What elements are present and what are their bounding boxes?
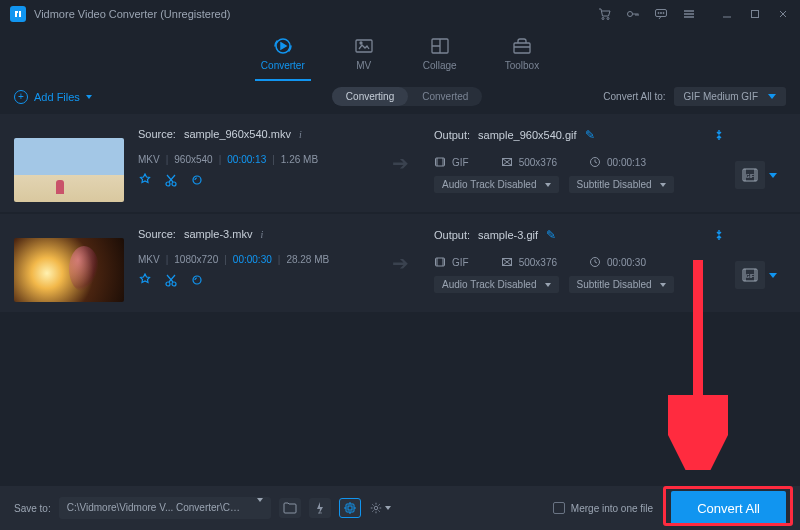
svg-point-24 — [193, 276, 201, 284]
app-title: Vidmore Video Converter (Unregistered) — [34, 8, 598, 20]
info-icon[interactable]: i — [260, 229, 263, 240]
menu-icon[interactable] — [682, 7, 696, 21]
cut-icon[interactable] — [164, 273, 178, 287]
source-filename: sample-3.mkv — [184, 228, 252, 240]
merge-checkbox[interactable]: Merge into one file — [553, 502, 653, 514]
save-path-field[interactable]: C:\Vidmore\Vidmore V... Converter\Conver… — [59, 497, 249, 519]
convert-all-button[interactable]: Convert All — [671, 491, 786, 526]
subtab-converted[interactable]: Converted — [408, 87, 482, 106]
source-duration: 00:00:13 — [227, 154, 266, 165]
film-icon — [434, 256, 446, 268]
chevron-down-icon — [660, 283, 666, 287]
convert-all-to: Convert All to: GIF Medium GIF — [603, 87, 786, 106]
output-format-button[interactable]: GIF — [735, 161, 765, 189]
title-bar: Vidmore Video Converter (Unregistered) — [0, 0, 800, 28]
chevron-down-icon — [545, 183, 551, 187]
video-thumbnail[interactable] — [14, 238, 124, 302]
source-label: Source: — [138, 128, 176, 140]
toolbox-icon — [511, 36, 533, 56]
mv-icon — [353, 36, 375, 56]
add-files-button[interactable]: + Add Files — [14, 90, 92, 104]
audio-track-dropdown[interactable]: Audio Track Disabled — [434, 276, 559, 293]
chevron-down-icon — [768, 94, 776, 99]
tab-mv[interactable]: MV — [353, 36, 375, 71]
main-nav: Converter MV Collage Toolbox — [0, 28, 800, 81]
svg-text:GIF: GIF — [746, 173, 754, 179]
edit-effects-icon[interactable] — [138, 273, 152, 287]
footer-bar: Save to: C:\Vidmore\Vidmore V... Convert… — [0, 486, 800, 530]
app-logo-icon — [10, 6, 26, 22]
source-format: MKV — [138, 154, 160, 165]
svg-rect-0 — [13, 9, 23, 19]
compress-icon[interactable] — [712, 228, 726, 242]
target-format-dropdown[interactable]: GIF Medium GIF — [674, 87, 786, 106]
chevron-down-icon — [257, 498, 263, 514]
arrow-right-icon: ➔ — [392, 251, 409, 275]
svg-point-23 — [172, 282, 176, 286]
collage-icon — [429, 36, 451, 56]
enhance-icon[interactable] — [190, 173, 204, 187]
gpu-accel-icon[interactable] — [339, 498, 361, 518]
settings-icon[interactable] — [369, 498, 391, 518]
open-folder-icon[interactable] — [279, 498, 301, 518]
svg-point-33 — [374, 506, 378, 510]
chevron-down-icon[interactable] — [769, 273, 777, 278]
cart-icon[interactable] — [598, 7, 612, 21]
output-format-button[interactable]: GIF — [735, 261, 765, 289]
arrow-right-icon: ➔ — [392, 151, 409, 175]
subtab-converting[interactable]: Converting — [332, 87, 408, 106]
clock-icon — [589, 256, 601, 268]
svg-point-2 — [607, 18, 609, 20]
source-size: 28.28 MB — [286, 254, 329, 265]
file-row: Source: sample-3.mkv i MKV| 1080x720| 00… — [0, 214, 800, 312]
info-icon[interactable]: i — [299, 129, 302, 140]
minimize-icon[interactable] — [720, 7, 734, 21]
source-label: Source: — [138, 228, 176, 240]
source-size: 1.26 MB — [281, 154, 318, 165]
svg-point-14 — [166, 182, 170, 186]
output-resolution: 500x376 — [519, 257, 557, 268]
audio-track-dropdown[interactable]: Audio Track Disabled — [434, 176, 559, 193]
svg-point-16 — [193, 176, 201, 184]
source-resolution: 960x540 — [174, 154, 212, 165]
output-duration: 00:00:30 — [607, 257, 646, 268]
high-speed-icon[interactable]: on — [309, 498, 331, 518]
tab-collage[interactable]: Collage — [423, 36, 457, 71]
tab-converter[interactable]: Converter — [261, 36, 305, 71]
resolution-icon — [501, 256, 513, 268]
subtitle-dropdown[interactable]: Subtitle Disabled — [569, 276, 674, 293]
feedback-icon[interactable] — [654, 7, 668, 21]
chevron-down-icon — [545, 283, 551, 287]
enhance-icon[interactable] — [190, 273, 204, 287]
svg-text:GIF: GIF — [746, 273, 754, 279]
file-list: Source: sample_960x540.mkv i MKV| 960x54… — [0, 114, 800, 312]
checkbox-icon — [553, 502, 565, 514]
source-duration: 00:00:30 — [233, 254, 272, 265]
output-filename: sample_960x540.gif — [478, 129, 576, 141]
output-format: GIF — [452, 157, 469, 168]
cut-icon[interactable] — [164, 173, 178, 187]
maximize-icon[interactable] — [748, 7, 762, 21]
output-resolution: 500x376 — [519, 157, 557, 168]
rename-icon[interactable]: ✎ — [546, 228, 556, 242]
svg-point-11 — [360, 42, 362, 44]
chevron-down-icon[interactable] — [769, 173, 777, 178]
save-path-dropdown[interactable] — [249, 497, 271, 519]
chevron-down-icon — [660, 183, 666, 187]
svg-point-1 — [602, 18, 604, 20]
svg-point-22 — [166, 282, 170, 286]
video-thumbnail[interactable] — [14, 138, 124, 202]
edit-effects-icon[interactable] — [138, 173, 152, 187]
rename-icon[interactable]: ✎ — [585, 128, 595, 142]
chevron-down-icon — [86, 95, 92, 99]
svg-point-6 — [660, 12, 661, 13]
convert-all-to-label: Convert All to: — [603, 91, 665, 102]
key-icon[interactable] — [626, 7, 640, 21]
subtitle-dropdown[interactable]: Subtitle Disabled — [569, 176, 674, 193]
close-icon[interactable] — [776, 7, 790, 21]
output-duration: 00:00:13 — [607, 157, 646, 168]
source-resolution: 1080x720 — [174, 254, 218, 265]
tab-toolbox[interactable]: Toolbox — [505, 36, 539, 71]
chevron-down-icon — [385, 506, 391, 510]
compress-icon[interactable] — [712, 128, 726, 142]
